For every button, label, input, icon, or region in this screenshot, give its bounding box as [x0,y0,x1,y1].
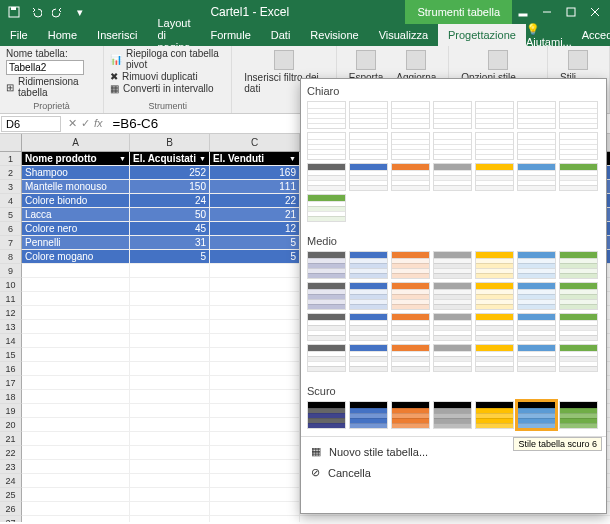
table-style-thumb[interactable] [349,282,388,310]
table-style-thumb[interactable] [559,163,598,191]
table-header-cell[interactable]: El. Venduti▼ [210,152,300,165]
table-style-thumb[interactable] [307,101,346,129]
cell[interactable]: Colore nero [22,222,130,235]
tab-visualizza[interactable]: Visualizza [369,24,438,46]
row-header[interactable]: 15 [0,348,22,362]
row-header[interactable]: 13 [0,320,22,334]
cell[interactable] [210,362,300,375]
cell[interactable] [130,278,210,291]
table-header-cell[interactable]: El. Acquistati▼ [130,152,210,165]
cell[interactable]: 31 [130,236,210,249]
tab-inserisci[interactable]: Inserisci [87,24,147,46]
row-header[interactable]: 9 [0,264,22,278]
table-style-thumb[interactable] [517,282,556,310]
cell[interactable] [210,306,300,319]
cell[interactable] [210,488,300,501]
table-style-thumb[interactable] [391,401,430,429]
table-style-thumb[interactable] [433,344,472,372]
summarize-pivot-button[interactable]: 📊 Riepiloga con tabella pivot [110,48,225,70]
cell[interactable]: Pennelli [22,236,130,249]
tell-me[interactable]: 💡 Aiutami... [526,23,572,48]
cell[interactable] [22,516,130,522]
tab-file[interactable]: File [0,24,38,46]
cell[interactable] [22,348,130,361]
row-header[interactable]: 8 [0,250,22,264]
cell[interactable] [130,348,210,361]
cell[interactable]: 12 [210,222,300,235]
table-style-thumb[interactable] [349,163,388,191]
table-style-thumb[interactable] [517,313,556,341]
cell[interactable] [130,516,210,522]
cell[interactable]: Colore biondo [22,194,130,207]
row-header[interactable]: 17 [0,376,22,390]
cell[interactable] [210,348,300,361]
table-style-thumb[interactable] [559,401,598,429]
cell[interactable] [22,320,130,333]
fx-icon[interactable]: fx [94,117,103,130]
accept-formula-icon[interactable]: ✓ [81,117,90,130]
row-header[interactable]: 2 [0,166,22,180]
minimize-icon[interactable] [536,2,558,22]
cell[interactable] [130,502,210,515]
cell[interactable] [130,404,210,417]
cell[interactable]: 5 [130,250,210,263]
table-style-thumb[interactable] [391,282,430,310]
convert-range-button[interactable]: ▦ Converti in intervallo [110,83,225,94]
cell[interactable]: 50 [130,208,210,221]
table-style-thumb[interactable] [349,313,388,341]
table-style-thumb[interactable] [349,344,388,372]
table-style-thumb[interactable] [391,132,430,160]
cell[interactable] [210,446,300,459]
filter-dropdown-icon[interactable]: ▼ [289,152,296,165]
table-style-thumb[interactable] [517,101,556,129]
table-style-thumb[interactable] [559,313,598,341]
resize-table-button[interactable]: ⊞ Ridimensiona tabella [6,76,97,98]
cell[interactable] [22,502,130,515]
qat-dropdown-icon[interactable]: ▾ [70,2,90,22]
cell[interactable] [210,516,300,522]
cell[interactable]: Colore mogano [22,250,130,263]
remove-duplicates-button[interactable]: ✖ Rimuovi duplicati [110,71,225,82]
cell[interactable]: 252 [130,166,210,179]
cell[interactable]: 150 [130,180,210,193]
row-header[interactable]: 24 [0,474,22,488]
cell[interactable] [210,418,300,431]
column-header[interactable]: C [210,134,300,151]
cell[interactable] [130,418,210,431]
cell[interactable] [130,474,210,487]
row-header[interactable]: 20 [0,418,22,432]
row-header[interactable]: 22 [0,446,22,460]
row-header[interactable]: 25 [0,488,22,502]
cell[interactable] [22,334,130,347]
cancel-formula-icon[interactable]: ✕ [68,117,77,130]
cell[interactable] [22,446,130,459]
cell[interactable] [210,390,300,403]
cell[interactable] [22,306,130,319]
table-style-thumb[interactable] [559,282,598,310]
table-style-thumb[interactable] [559,251,598,279]
table-style-thumb[interactable] [349,401,388,429]
signin-link[interactable]: Accedi [582,29,610,41]
cell[interactable] [210,432,300,445]
cell[interactable] [210,404,300,417]
table-style-thumb[interactable] [307,401,346,429]
select-all-corner[interactable] [0,134,22,151]
table-style-thumb[interactable] [433,282,472,310]
row-header[interactable]: 23 [0,460,22,474]
cell[interactable] [130,376,210,389]
table-style-thumb[interactable] [559,344,598,372]
column-header[interactable]: B [130,134,210,151]
table-style-thumb[interactable] [307,132,346,160]
cell[interactable] [130,488,210,501]
cell[interactable] [210,334,300,347]
clear-style-button[interactable]: ⊘Cancella [301,462,606,483]
row-header[interactable]: 26 [0,502,22,516]
table-style-thumb[interactable] [433,251,472,279]
table-style-thumb[interactable] [307,194,346,222]
row-header[interactable]: 21 [0,432,22,446]
tab-revisione[interactable]: Revisione [300,24,368,46]
cell[interactable]: 22 [210,194,300,207]
table-style-thumb[interactable] [391,163,430,191]
row-header[interactable]: 19 [0,404,22,418]
cell[interactable]: Shampoo [22,166,130,179]
